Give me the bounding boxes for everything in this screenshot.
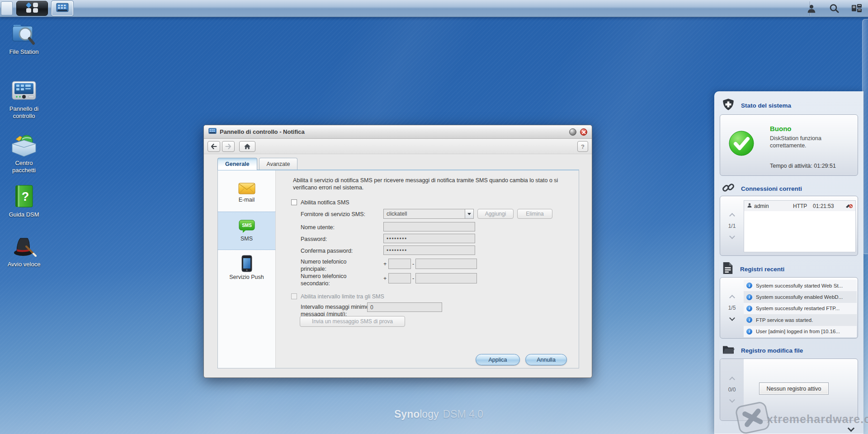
phone-primary-prefix-field[interactable] — [388, 259, 411, 269]
taskbar-item-control-panel[interactable] — [52, 1, 73, 16]
phone-secondary-prefix-field[interactable] — [388, 273, 411, 283]
notification-sidebar: E-mail SMS SMS — [218, 170, 276, 368]
log-text: User [admin] logged in from [10.16... — [756, 329, 840, 334]
help-button[interactable]: ? — [577, 141, 588, 152]
pilot-view-icon[interactable] — [850, 2, 863, 15]
enable-sms-checkbox[interactable] — [291, 199, 297, 205]
minimize-button[interactable] — [569, 128, 576, 136]
desktop-icon-package-center[interactable]: Centro pacchetti — [0, 131, 48, 174]
pager-down-icon[interactable] — [729, 315, 735, 321]
window-titlebar[interactable]: Pannello di controllo - Notifica — [204, 125, 592, 139]
question-mark-glyph: ? — [22, 190, 29, 203]
desktop-icon-label: File Station — [0, 48, 48, 56]
add-provider-button[interactable]: Aggiungi — [477, 209, 514, 219]
window-icon — [208, 128, 217, 136]
folder-icon — [722, 344, 735, 357]
desktop-icon-label: Pannello di controllo — [0, 105, 48, 119]
home-button[interactable] — [239, 141, 255, 152]
user-icon[interactable] — [805, 2, 818, 15]
pager-down-icon[interactable] — [729, 233, 735, 239]
push-service-icon — [218, 250, 275, 274]
password-field[interactable]: •••••••• — [383, 234, 475, 243]
file-change-log-header: Registro modifica file — [722, 344, 803, 357]
file-log-pager: 0/0 — [720, 359, 744, 420]
user-silhouette-icon — [747, 203, 754, 209]
desktop-icon-control-panel[interactable]: Pannello di controllo — [0, 77, 48, 119]
log-row[interactable]: i System successfully restarted FTP... — [744, 303, 857, 314]
pager-count: 0/0 — [728, 387, 736, 393]
connection-time: 01:21:53 — [813, 203, 845, 209]
pager-up-icon[interactable] — [729, 213, 735, 219]
phone-secondary-number-field[interactable] — [415, 273, 477, 283]
control-panel-notification-window: Pannello di controllo - Notifica ? Gener… — [203, 125, 592, 378]
close-icon — [582, 130, 586, 134]
search-icon[interactable] — [827, 2, 841, 15]
no-active-log-button[interactable]: Nessun registro attivo — [759, 382, 829, 395]
close-button[interactable] — [580, 128, 587, 136]
widget-title: Connessioni correnti — [741, 185, 802, 192]
sidebar-item-sms[interactable]: SMS SMS — [218, 212, 275, 250]
log-text: System successfully started Web St... — [756, 283, 843, 288]
pager-up-icon[interactable] — [729, 377, 735, 382]
log-row[interactable]: i User [admin] logged in from [10.16... — [744, 326, 857, 337]
control-panel-window-icon — [56, 3, 69, 14]
sidebar-item-push-service[interactable]: Servizio Push — [218, 250, 275, 289]
log-text: System successfully enabled WebD... — [756, 294, 843, 300]
interval-minutes-field[interactable]: 0 — [367, 302, 442, 312]
email-icon — [218, 173, 275, 197]
provider-label: Fornitore di servizio SMS: — [301, 211, 365, 218]
show-desktop-button[interactable] — [1, 1, 13, 15]
tab-avanzate[interactable]: Avanzate — [259, 158, 298, 170]
taskbar — [0, 0, 868, 17]
kick-connection-icon[interactable] — [845, 202, 853, 210]
recent-logs-card: 1/5 i System successfully started Web St… — [720, 277, 858, 339]
desktop-icon-file-station[interactable]: File Station — [0, 20, 48, 56]
interval-limit-checkbox[interactable] — [291, 293, 297, 299]
pager-up-icon[interactable] — [729, 295, 735, 301]
pager-count: 1/1 — [728, 223, 736, 229]
pager-down-icon[interactable] — [729, 397, 735, 403]
uptime-text: Tempo di attività: 01:29:51 — [770, 163, 836, 169]
log-text: System successfully restarted FTP... — [756, 306, 840, 311]
log-row[interactable]: i FTP service was started. — [744, 314, 857, 326]
connections-card: 1/1 admin HTTP 01:21:53 — [720, 196, 858, 256]
password-label: Password: — [301, 236, 327, 243]
health-detail: DiskStation funziona correttamente. — [770, 135, 849, 149]
username-field[interactable] — [383, 222, 475, 231]
phone-primary-label: Numero telefonico principale: — [301, 258, 373, 273]
quick-launch-icon — [0, 232, 48, 259]
widget-panel: Stato del sistema Buono DiskStation funz… — [714, 91, 863, 434]
apply-button[interactable]: Applica — [476, 354, 520, 365]
main-menu-button[interactable] — [16, 1, 48, 16]
dsm-help-icon: ? — [0, 183, 48, 209]
back-button[interactable] — [208, 141, 220, 152]
send-test-sms-button[interactable]: Invia un messaggio SMS di prova — [300, 316, 405, 327]
tab-generale[interactable]: Generale — [217, 158, 257, 170]
panel-scroll-down-icon[interactable] — [849, 425, 854, 433]
brand-version: DSM 4.0 — [443, 408, 483, 420]
connection-protocol: HTTP — [793, 203, 813, 209]
desktop-icon-quick-launch[interactable]: Avvio veloce — [0, 232, 48, 268]
connection-row[interactable]: admin HTTP 01:21:53 — [744, 201, 855, 211]
delete-provider-button[interactable]: Elimina — [517, 209, 552, 219]
forward-button[interactable] — [222, 141, 235, 152]
desktop-icon-label: Centro pacchetti — [0, 160, 48, 174]
app-grid-icon — [24, 2, 40, 15]
file-station-icon — [0, 20, 48, 46]
desktop-icon-dsm-help[interactable]: ? Guida DSM — [0, 183, 48, 218]
log-row[interactable]: i System successfully enabled WebD... — [744, 291, 857, 302]
sidebar-item-email[interactable]: E-mail — [218, 173, 275, 212]
dsm-brand-text: SynologyDSM 4.0 — [394, 408, 483, 420]
phone-secondary-label: Numero telefonico secondario: — [301, 273, 373, 287]
provider-select[interactable]: clickatell — [383, 209, 474, 219]
cancel-button[interactable]: Annulla — [525, 354, 567, 365]
log-row[interactable]: i System successfully started Web St... — [744, 280, 857, 291]
confirm-password-field[interactable]: •••••••• — [383, 245, 475, 255]
widget-title: Registro modifica file — [741, 347, 803, 354]
phone-secondary-dash: - — [412, 275, 414, 282]
phone-primary-number-field[interactable] — [415, 259, 477, 269]
dialog-tabs: Generale Avanzate — [217, 158, 297, 170]
info-icon: i — [746, 283, 752, 288]
log-document-icon — [722, 262, 734, 276]
connections-header: Connessioni correnti — [722, 181, 802, 196]
